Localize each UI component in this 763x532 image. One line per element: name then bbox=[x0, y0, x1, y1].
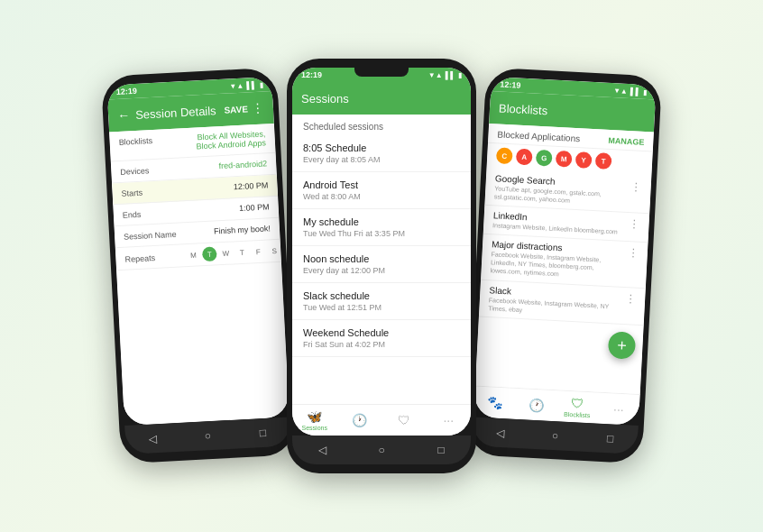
fab-add[interactable]: + bbox=[608, 331, 637, 360]
status-icons-1: ▼▲ ▌▌ ▮ bbox=[229, 80, 263, 90]
days-container: M T W T F S S bbox=[186, 243, 290, 262]
signal-icon-2: ▼▲ bbox=[428, 71, 443, 79]
session-item-1[interactable]: Android Test Wed at 8:00 AM bbox=[292, 172, 471, 209]
session-name-0: 8:05 Schedule bbox=[303, 142, 460, 153]
session-time-4: Tue Wed at 12:51 PM bbox=[303, 303, 460, 312]
bottom-nav-2: 🦋 Sessions 🕐 🛡 ··· bbox=[292, 404, 471, 436]
sessions-icon-3: 🐾 bbox=[487, 395, 503, 410]
screen-sessions: 12:19 ▼▲ ▌▌ ▮ Sessions Scheduled session… bbox=[292, 68, 471, 436]
session-details-content: Blocklists Block All Websites, Block And… bbox=[109, 124, 290, 426]
nav-sessions-3[interactable]: 🐾 bbox=[474, 394, 517, 410]
phone-session-details: 12:19 ▼▲ ▌▌ ▮ ← Session Details SAVE ⋮ B… bbox=[101, 68, 297, 464]
blocklists-value: Block All Websites, Block Android Apps bbox=[179, 129, 266, 151]
phone-sessions: 12:19 ▼▲ ▌▌ ▮ Sessions Scheduled session… bbox=[287, 59, 476, 473]
repeats-label: Repeats bbox=[124, 251, 186, 264]
blocklist-more-1[interactable]: ⋮ bbox=[629, 217, 640, 231]
day-sat[interactable]: S bbox=[267, 243, 282, 259]
session-name-3: Noon schedule bbox=[303, 253, 460, 264]
blocklist-more-2[interactable]: ⋮ bbox=[627, 246, 639, 260]
shield-icon-2: 🛡 bbox=[398, 413, 410, 427]
time-2: 12:19 bbox=[301, 70, 322, 79]
blocked-apps-title: Blocked Applications bbox=[497, 129, 580, 143]
session-item-4[interactable]: Slack schedule Tue Wed at 12:51 PM bbox=[292, 283, 471, 320]
blocklist-more-0[interactable]: ⋮ bbox=[630, 180, 642, 194]
back-nav-btn-2[interactable]: ◁ bbox=[313, 441, 331, 459]
session-name-2: My schedule bbox=[303, 216, 460, 227]
blocklist-info-1: LinkedIn Instagram Website, LinkedIn blo… bbox=[492, 210, 619, 235]
wifi-icon-1: ▌▌ bbox=[246, 80, 257, 89]
blocklist-info-3: Slack Facebook Website, Instagram Websit… bbox=[488, 285, 625, 319]
clock-icon-3: 🕐 bbox=[529, 398, 545, 413]
nav-blocklists-3[interactable]: 🛡 Blocklists bbox=[556, 395, 599, 418]
screen-title-2: Sessions bbox=[301, 92, 462, 105]
nav-more[interactable]: ··· bbox=[427, 413, 472, 427]
nav-shield[interactable]: 🛡 bbox=[382, 413, 427, 427]
phone-blocklists: 12:19 ▼▲ ▌▌ ▮ Blocklists Blocked Applica… bbox=[466, 68, 662, 464]
back-nav-btn-3[interactable]: ◁ bbox=[491, 424, 510, 443]
session-name-value: Finish my book! bbox=[185, 224, 271, 237]
session-item-3[interactable]: Noon schedule Every day at 12:00 PM bbox=[292, 246, 471, 283]
home-nav-btn-1[interactable]: ○ bbox=[198, 427, 217, 445]
day-tue[interactable]: T bbox=[202, 246, 217, 261]
manage-button[interactable]: MANAGE bbox=[608, 135, 644, 146]
ends-label: Ends bbox=[123, 206, 184, 220]
shield-icon-3: 🛡 bbox=[571, 396, 584, 411]
session-item-0[interactable]: 8:05 Schedule Every day at 8:05 AM bbox=[292, 135, 471, 172]
app-icon-google: G bbox=[536, 150, 553, 167]
battery-icon-3: ▮ bbox=[643, 87, 647, 96]
signal-icon-1: ▼▲ bbox=[229, 81, 244, 90]
screen-blocklists: 12:19 ▼▲ ▌▌ ▮ Blocklists Blocked Applica… bbox=[473, 77, 657, 426]
recent-nav-btn-1[interactable]: □ bbox=[253, 424, 272, 443]
session-item-2[interactable]: My schedule Tue Wed Thu Fri at 3:35 PM bbox=[292, 209, 471, 246]
nav-more-3[interactable]: ··· bbox=[598, 401, 640, 417]
session-name-5: Weekend Schedule bbox=[303, 327, 460, 338]
back-nav-btn-1[interactable]: ◁ bbox=[143, 429, 162, 448]
day-mon[interactable]: M bbox=[186, 247, 201, 262]
screen-title-1: Session Details bbox=[135, 104, 217, 122]
blocklist-more-3[interactable]: ⋮ bbox=[625, 292, 637, 306]
sessions-content: Scheduled sessions 8:05 Schedule Every d… bbox=[292, 115, 471, 404]
battery-icon-2: ▮ bbox=[458, 71, 462, 79]
nav-sessions[interactable]: 🦋 Sessions bbox=[292, 409, 337, 431]
notch-2 bbox=[354, 68, 409, 77]
battery-icon-1: ▮ bbox=[259, 80, 262, 88]
home-nav-btn-2[interactable]: ○ bbox=[372, 441, 391, 459]
day-fri[interactable]: F bbox=[251, 244, 266, 260]
more-icon-2: ··· bbox=[443, 413, 454, 427]
day-thu[interactable]: T bbox=[234, 245, 250, 261]
blocklist-item-3[interactable]: Slack Facebook Website, Instagram Websit… bbox=[479, 280, 646, 326]
more-icon-3: ··· bbox=[613, 402, 624, 417]
more-options-icon[interactable]: ⋮ bbox=[252, 100, 265, 115]
recent-nav-btn-2[interactable]: □ bbox=[432, 441, 450, 459]
nav-clock-3[interactable]: 🕐 bbox=[515, 397, 557, 413]
blocklists-content: Blocked Applications MANAGE C A G M Y T … bbox=[475, 124, 654, 394]
blocklists-label: Blocklists bbox=[118, 133, 179, 147]
phone-nav-2: ◁ ○ □ bbox=[292, 436, 471, 464]
blocklists-nav-label: Blocklists bbox=[564, 411, 591, 419]
starts-label: Starts bbox=[121, 185, 182, 198]
day-wed[interactable]: W bbox=[218, 245, 234, 261]
nav-clock[interactable]: 🕐 bbox=[337, 413, 382, 427]
wifi-icon-3: ▌▌ bbox=[630, 87, 641, 96]
app-icon-yt: Y bbox=[575, 151, 593, 169]
sessions-nav-label: Sessions bbox=[302, 425, 327, 431]
back-icon[interactable]: ← bbox=[117, 107, 131, 123]
session-time-3: Every day at 12:00 PM bbox=[303, 266, 460, 275]
session-time-5: Fri Sat Sun at 4:02 PM bbox=[303, 340, 460, 349]
screen-session-details: 12:19 ▼▲ ▌▌ ▮ ← Session Details SAVE ⋮ B… bbox=[106, 77, 290, 426]
app-bar-2: Sessions bbox=[292, 82, 471, 115]
phones-container: 12:19 ▼▲ ▌▌ ▮ ← Session Details SAVE ⋮ B… bbox=[102, 59, 661, 473]
session-name-label: Session Name bbox=[124, 228, 185, 242]
screen-title-3: Blocklists bbox=[499, 101, 647, 123]
home-nav-btn-3[interactable]: ○ bbox=[546, 427, 565, 445]
save-button[interactable]: SAVE bbox=[224, 104, 248, 115]
signal-icon-3: ▼▲ bbox=[613, 87, 628, 96]
blocklist-info-2: Major distractions Facebook Website, Ins… bbox=[490, 240, 628, 282]
session-item-5[interactable]: Weekend Schedule Fri Sat Sun at 4:02 PM bbox=[292, 320, 471, 357]
session-name-1: Android Test bbox=[303, 179, 460, 190]
wifi-icon-2: ▌▌ bbox=[446, 71, 455, 79]
recent-nav-btn-3[interactable]: □ bbox=[601, 429, 620, 448]
app-icon-mail: M bbox=[556, 151, 573, 168]
session-time-2: Tue Wed Thu Fri at 3:35 PM bbox=[303, 229, 460, 238]
status-icons-3: ▼▲ ▌▌ ▮ bbox=[613, 87, 648, 96]
